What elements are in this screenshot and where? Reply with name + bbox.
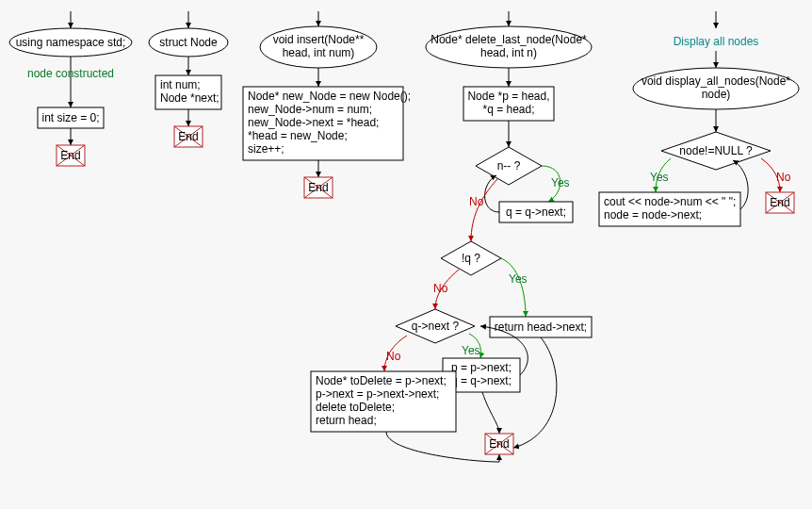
svg-text:void display_all_nodes(Node*: void display_all_nodes(Node* (641, 74, 790, 88)
svg-text:node = node->next;: node = node->next; (604, 208, 702, 222)
end-icon: End (304, 177, 333, 198)
svg-text:head, int n): head, int n) (480, 46, 537, 59)
flow-insert: void insert(Node** head, int num) Node* … (243, 11, 411, 198)
title-display-all-nodes: Display all nodes (674, 35, 759, 48)
flow-display-all-nodes: Display all nodes void display_all_nodes… (599, 11, 799, 226)
svg-text:Node *next;: Node *next; (160, 91, 219, 105)
svg-text:new_Node->next = *head;: new_Node->next = *head; (248, 116, 379, 129)
svg-text:struct Node: struct Node (159, 36, 218, 49)
svg-text:size++;: size++; (248, 142, 284, 156)
svg-text:End: End (178, 130, 198, 143)
svg-text:Yes: Yes (650, 171, 669, 184)
annotation-node-constructed: node constructed (27, 67, 114, 80)
svg-text:return head->next;: return head->next; (495, 320, 587, 334)
svg-text:Node* toDelete = p->next;: Node* toDelete = p->next; (316, 374, 447, 387)
flowcharts-canvas: using namespace std; node constructed in… (0, 0, 812, 509)
flow-struct-node: struct Node int num; Node *next; End (149, 11, 228, 147)
svg-text:new_Node->num = num;: new_Node->num = num; (248, 103, 372, 116)
svg-text:return head;: return head; (316, 414, 377, 427)
svg-text:Yes: Yes (509, 272, 528, 286)
svg-text:End: End (489, 437, 509, 451)
svg-text:End: End (308, 181, 328, 194)
svg-text:q = q->next;: q = q->next; (451, 374, 512, 387)
end-icon: End (485, 434, 513, 454)
svg-text:head, int num): head, int num) (283, 46, 355, 59)
svg-text:Node *p = head,: Node *p = head, (467, 90, 549, 103)
svg-text:Node* delete_last_node(Node*: Node* delete_last_node(Node* (430, 33, 587, 46)
svg-text:*head = new_Node;: *head = new_Node; (248, 129, 348, 142)
start-ellipse-label: using namespace std; (16, 36, 126, 49)
svg-text:int num;: int num; (160, 78, 201, 91)
end-icon: End (766, 192, 794, 213)
svg-text:End: End (60, 149, 80, 162)
svg-text:No: No (469, 195, 484, 208)
svg-text:node): node) (702, 88, 731, 101)
svg-text:int size = 0;: int size = 0; (41, 111, 99, 124)
flow-delete-last-node: Node* delete_last_node(Node* head, int n… (311, 11, 592, 462)
svg-text:Yes: Yes (462, 344, 480, 357)
svg-text:Node* new_Node = new Node();: Node* new_Node = new Node(); (248, 90, 411, 103)
svg-text:p->next = p->next->next;: p->next = p->next->next; (316, 387, 439, 401)
svg-text:End: End (770, 196, 789, 209)
svg-text:!q ?: !q ? (462, 252, 480, 265)
svg-text:void insert(Node**: void insert(Node** (273, 33, 365, 46)
end-icon: End (57, 145, 85, 166)
svg-text:No: No (433, 282, 448, 295)
svg-text:n-- ?: n-- ? (497, 159, 521, 172)
svg-text:cout << node->num << " ";: cout << node->num << " "; (604, 195, 736, 208)
svg-text:No: No (776, 171, 791, 184)
svg-text:delete toDelete;: delete toDelete; (316, 401, 395, 414)
svg-text:q->next ?: q->next ? (412, 320, 460, 333)
svg-text:node!=NULL ?: node!=NULL ? (679, 144, 753, 157)
svg-text:No: No (386, 350, 401, 363)
end-icon: End (174, 126, 203, 147)
svg-text:q = q->next;: q = q->next; (506, 205, 566, 219)
flow-namespace: using namespace std; node constructed in… (9, 11, 132, 166)
svg-text:Yes: Yes (551, 176, 570, 189)
svg-text:*q = head;: *q = head; (482, 103, 534, 116)
svg-text:p = p->next;: p = p->next; (451, 361, 512, 374)
